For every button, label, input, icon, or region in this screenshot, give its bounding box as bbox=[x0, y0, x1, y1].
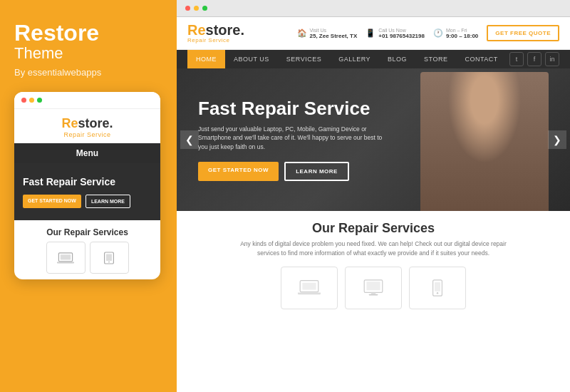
mobile-services-section: Our Repair Services bbox=[14, 220, 160, 279]
mobile-service-boxes bbox=[20, 242, 155, 274]
nav-services[interactable]: SERVICES bbox=[278, 50, 330, 68]
browser-dot-yellow bbox=[194, 6, 199, 11]
nav-contact[interactable]: CONTACT bbox=[456, 50, 506, 68]
svg-rect-12 bbox=[435, 282, 440, 292]
laptop-service-icon bbox=[298, 279, 321, 296]
laptop-icon bbox=[57, 252, 74, 264]
browser-chrome bbox=[177, 0, 570, 17]
monitor-service-icon bbox=[362, 279, 385, 296]
mobile-hero-title: Fast Repair Service bbox=[23, 176, 152, 187]
header-hours: 🕐 Mon – Fri 9:00 – 18:00 bbox=[433, 28, 478, 39]
desktop-logo: Restore. bbox=[187, 23, 244, 37]
desktop-header: Restore. Repair Service 🏠 Visit Us 25, Z… bbox=[177, 17, 570, 50]
dot-green bbox=[37, 98, 42, 103]
services-section: Our Repair Services Any kinds of digital… bbox=[177, 211, 570, 316]
service-box-1 bbox=[281, 267, 338, 309]
svg-rect-6 bbox=[302, 282, 316, 289]
browser-dot-red bbox=[185, 6, 190, 11]
nav-home[interactable]: HOME bbox=[187, 50, 225, 68]
svg-rect-1 bbox=[61, 254, 71, 259]
mobile-repair-service: Repair Service bbox=[20, 131, 155, 138]
svg-rect-8 bbox=[366, 282, 380, 290]
mobile-hero: Fast Repair Service GET STARTED NOW LEAR… bbox=[14, 163, 160, 220]
hero-title: Fast Repair Service bbox=[198, 98, 390, 119]
mobile-browser-bar bbox=[14, 92, 160, 109]
linkedin-icon[interactable]: in bbox=[545, 52, 559, 66]
hero-buttons: GET STARTED NOW LEARN MORE bbox=[198, 162, 390, 181]
left-panel: Restore Theme By essentialwebapps Restor… bbox=[0, 0, 175, 392]
hours-label: Mon – Fri bbox=[446, 28, 478, 33]
services-title: Our Repair Services bbox=[191, 221, 556, 236]
hero-get-started-button[interactable]: GET STARTED NOW bbox=[198, 162, 279, 181]
header-visit-text: Visit Us 25, Zee Street, TX bbox=[310, 28, 358, 39]
service-box-3 bbox=[409, 267, 466, 309]
header-hours-text: Mon – Fri 9:00 – 18:00 bbox=[446, 28, 478, 39]
mobile-learn-more-button[interactable]: LEARN MORE bbox=[86, 195, 130, 208]
brand-title: Restore bbox=[14, 21, 160, 44]
mobile-logo: Restore. bbox=[20, 116, 155, 131]
home-icon: 🏠 bbox=[297, 29, 307, 38]
mobile-services-title: Our Repair Services bbox=[20, 227, 155, 237]
svg-point-4 bbox=[108, 261, 110, 262]
hero-person-inner bbox=[420, 72, 549, 211]
mobile-menu-bar: Menu bbox=[14, 143, 160, 163]
nav-gallery[interactable]: GALLERY bbox=[330, 50, 379, 68]
services-description: Any kinds of digital device problem you … bbox=[231, 239, 516, 258]
nav-items: HOME ABOUT US SERVICES GALLERY BLOG STOR… bbox=[187, 50, 507, 68]
service-box-2 bbox=[345, 267, 402, 309]
logo-store: store. bbox=[206, 22, 244, 38]
brand-by: By essentialwebapps bbox=[14, 67, 160, 78]
clock-icon: 🕐 bbox=[433, 29, 443, 38]
header-call: 📱 Call Us Now +01 98765432198 bbox=[366, 28, 425, 39]
tablet-icon bbox=[100, 252, 118, 264]
facebook-icon[interactable]: f bbox=[527, 52, 542, 66]
svg-rect-3 bbox=[106, 254, 112, 261]
hero-next-button[interactable]: ❯ bbox=[548, 130, 566, 149]
mobile-service-box-2 bbox=[90, 242, 129, 274]
services-boxes bbox=[191, 267, 556, 309]
svg-rect-10 bbox=[369, 294, 378, 295]
nav-social: t f in bbox=[509, 52, 559, 66]
hero-content: Fast Repair Service Just send your valua… bbox=[177, 98, 412, 181]
desktop-repair-service: Repair Service bbox=[187, 37, 244, 43]
header-visit: 🏠 Visit Us 25, Zee Street, TX bbox=[297, 28, 358, 39]
mobile-logo-re: Re bbox=[61, 116, 78, 130]
visit-value: 25, Zee Street, TX bbox=[310, 33, 358, 39]
dot-red bbox=[21, 98, 26, 103]
nav-store[interactable]: STORE bbox=[415, 50, 456, 68]
hours-value: 9:00 – 18:00 bbox=[446, 33, 478, 39]
hero-subtitle: Just send your valuable Laptop, PC, Mobi… bbox=[198, 125, 390, 152]
dot-yellow bbox=[29, 98, 34, 103]
call-label: Call Us Now bbox=[378, 28, 425, 33]
desktop-logo-area: Restore. Repair Service bbox=[187, 23, 244, 43]
get-free-quote-button[interactable]: GET FREE QUOTE bbox=[487, 25, 559, 41]
mobile-mockup: Restore. Repair Service Menu Fast Repair… bbox=[14, 92, 160, 279]
hero-learn-more-button[interactable]: LEARN MORE bbox=[284, 162, 349, 181]
mobile-logo-area: Restore. Repair Service bbox=[14, 109, 160, 143]
svg-point-13 bbox=[437, 292, 438, 294]
header-info: 🏠 Visit Us 25, Zee Street, TX 📱 Call Us … bbox=[297, 25, 559, 41]
twitter-icon[interactable]: t bbox=[509, 52, 524, 66]
logo-re: Re bbox=[187, 22, 206, 38]
header-call-text: Call Us Now +01 98765432198 bbox=[378, 28, 425, 39]
right-panel: Restore. Repair Service 🏠 Visit Us 25, Z… bbox=[175, 0, 570, 392]
mobile-hero-buttons: GET STARTED NOW LEARN MORE bbox=[23, 195, 152, 208]
brand-subtitle: Theme bbox=[14, 44, 160, 63]
phone-icon: 📱 bbox=[366, 29, 375, 38]
mobile-service-box-1 bbox=[46, 242, 86, 274]
call-value: +01 98765432198 bbox=[378, 33, 425, 39]
desktop-nav: HOME ABOUT US SERVICES GALLERY BLOG STOR… bbox=[177, 50, 570, 68]
hero-person-image bbox=[420, 72, 549, 211]
phone-service-icon bbox=[426, 279, 449, 296]
nav-about[interactable]: ABOUT US bbox=[225, 50, 278, 68]
mobile-logo-store: store. bbox=[78, 116, 113, 130]
visit-label: Visit Us bbox=[310, 28, 358, 33]
brand-re: Restore bbox=[14, 20, 99, 46]
desktop-hero: ❮ Fast Repair Service Just send your val… bbox=[177, 68, 570, 211]
nav-blog[interactable]: BLOG bbox=[379, 50, 415, 68]
browser-dot-green bbox=[202, 6, 207, 11]
mobile-get-started-button[interactable]: GET STARTED NOW bbox=[23, 195, 81, 208]
svg-rect-9 bbox=[371, 292, 375, 294]
